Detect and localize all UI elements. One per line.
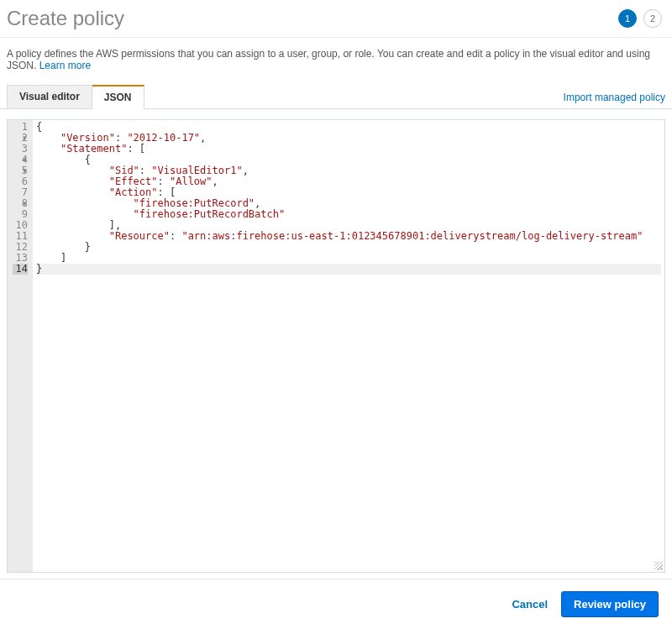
step-1[interactable]: 1 xyxy=(618,9,637,28)
description-body: A policy defines the AWS permissions tha… xyxy=(7,48,650,71)
json-editor[interactable]: 1 ▾23 ▾4 ▾567 ▾891011121314 { "Version":… xyxy=(7,119,665,573)
resize-handle[interactable] xyxy=(654,562,663,570)
line-number: 14 xyxy=(13,264,28,275)
tabs: Visual editor JSON xyxy=(7,85,144,108)
description-text: A policy defines the AWS permissions tha… xyxy=(0,38,672,85)
review-policy-button[interactable]: Review policy xyxy=(561,591,659,617)
tab-json[interactable]: JSON xyxy=(92,85,144,109)
code-line[interactable]: } xyxy=(36,242,661,253)
editor-code[interactable]: { "Version": "2012-10-17", "Statement": … xyxy=(33,120,664,572)
learn-more-link[interactable]: Learn more xyxy=(39,60,91,71)
tab-visual-editor[interactable]: Visual editor xyxy=(7,85,92,109)
page-header: Create policy 1 2 xyxy=(0,0,672,38)
code-line[interactable]: "Resource": "arn:aws:firehose:us-east-1:… xyxy=(36,231,661,242)
code-line[interactable]: } xyxy=(36,264,661,275)
code-line[interactable]: "firehose:PutRecordBatch" xyxy=(36,209,661,220)
footer-actions: Cancel Review policy xyxy=(0,579,672,629)
tabs-row: Visual editor JSON Import managed policy xyxy=(0,85,672,109)
code-line[interactable]: "Statement": [ xyxy=(36,144,661,155)
cancel-button[interactable]: Cancel xyxy=(512,598,548,611)
step-2[interactable]: 2 xyxy=(643,9,662,28)
import-managed-policy-link[interactable]: Import managed policy xyxy=(564,92,665,108)
wizard-steps: 1 2 xyxy=(618,9,662,28)
code-line[interactable]: ] xyxy=(36,253,661,264)
editor-gutter: 1 ▾23 ▾4 ▾567 ▾891011121314 xyxy=(8,120,33,572)
page-title: Create policy xyxy=(7,7,124,30)
